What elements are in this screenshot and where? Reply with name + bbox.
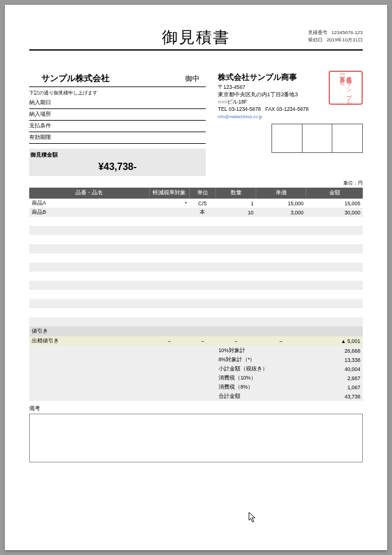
- total-box: 御見積金額 ¥43,738-: [29, 149, 206, 176]
- table-row: [29, 290, 363, 299]
- cursor-icon: [248, 512, 257, 525]
- col-price: 単価: [256, 188, 306, 199]
- summary-table: 10%対象計26,6668%対象計（*）13,338小計金額（税抜き）40,00…: [29, 346, 363, 401]
- upper-block: サンプル株式会社 御中 下記の通り御見積申し上げます 納入期日 納入場所 支払条…: [29, 72, 363, 176]
- quotation-page: 見積番号12345678-123 発効日2019年10月31日 御見積書 サンプ…: [5, 5, 387, 550]
- table-row: 商品A*C/S115,00015,005: [29, 199, 363, 208]
- notes-label: 備考: [29, 405, 363, 412]
- company-seal: 株式会社 サンプル 商事(社): [329, 71, 363, 105]
- total-value: ¥43,738-: [29, 159, 206, 176]
- table-row: [29, 281, 363, 290]
- payment-row: 支払条件: [29, 121, 206, 132]
- table-row: [29, 272, 363, 281]
- table-row: [29, 308, 363, 317]
- vendor-mail: info@mailaddress.co.jp: [218, 115, 363, 119]
- col-qty: 数量: [216, 188, 256, 199]
- customer-name: サンプル株式会社: [29, 73, 110, 84]
- unit-note: 単位：円: [29, 180, 363, 186]
- summary-row: 消費税（8%）1,067: [29, 383, 363, 392]
- table-row: [29, 235, 363, 244]
- total-label: 御見積金額: [29, 149, 206, 159]
- items-table: 品番・品名 軽減税率対象 単位 数量 単価 金額 商品A*C/S115,0001…: [29, 188, 363, 346]
- vendor-contact: TEL 03-1234-5678 FAX 03-1234-5678: [218, 106, 363, 113]
- delivery-date-row: 納入期日: [29, 97, 206, 109]
- summary-row: 合計金額43,738: [29, 392, 363, 401]
- discount-row: 値引き: [29, 327, 363, 336]
- table-row: [29, 244, 363, 253]
- summary-row: 消費税（10%）2,667: [29, 373, 363, 383]
- col-reduced: 軽減税率対象: [149, 188, 189, 199]
- issue-date: 2019年10月31日: [326, 37, 363, 44]
- quote-no: 12345678-123: [331, 29, 363, 37]
- table-row: [29, 226, 363, 235]
- meta-block: 見積番号12345678-123 発効日2019年10月31日: [308, 29, 363, 44]
- valid-until-row: 有効期限: [29, 132, 206, 144]
- discount-row: 出精値引き––––▲ 5,001: [29, 336, 363, 346]
- summary-row: 8%対象計（*）13,338: [29, 355, 363, 364]
- intro-text: 下記の通り御見積申し上げます: [29, 90, 206, 96]
- quote-no-label: 見積番号: [308, 29, 327, 37]
- issue-label: 発効日: [308, 37, 323, 44]
- summary-row: 10%対象計26,666: [29, 346, 363, 355]
- header: 見積番号12345678-123 発効日2019年10月31日 御見積書: [29, 27, 363, 51]
- col-amount: 金額: [306, 188, 363, 199]
- table-row: [29, 299, 363, 308]
- table-row: 商品B本103,00030,000: [29, 208, 363, 217]
- customer-block: サンプル株式会社 御中 下記の通り御見積申し上げます 納入期日 納入場所 支払条…: [29, 72, 206, 176]
- table-header-row: 品番・品名 軽減税率対象 単位 数量 単価 金額: [29, 188, 363, 199]
- table-row: [29, 263, 363, 272]
- honorific: 御中: [185, 74, 200, 84]
- vendor-block: 株式会社 サンプル 商事(社) 株式会社サンプル商事 〒123-4567 東京都…: [218, 72, 363, 176]
- summary-row: 小計金額（税抜き）40,004: [29, 364, 363, 373]
- table-row: [29, 317, 363, 327]
- notes-box[interactable]: [29, 414, 363, 462]
- table-row: [29, 217, 363, 226]
- table-row: [29, 253, 363, 263]
- delivery-place-row: 納入場所: [29, 109, 206, 121]
- col-unit: 単位: [189, 188, 216, 199]
- col-name: 品番・品名: [29, 188, 149, 199]
- approval-boxes: [271, 124, 363, 153]
